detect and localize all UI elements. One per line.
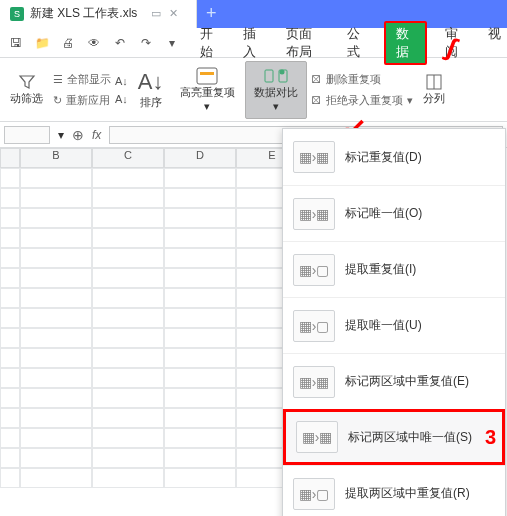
text-to-columns-group[interactable]: 分列: [417, 61, 451, 119]
cell[interactable]: [20, 448, 92, 468]
row-header[interactable]: [0, 228, 20, 248]
menuitem-mark-duplicates[interactable]: ▦›▦ 标记重复值(D): [283, 129, 505, 185]
redo-icon[interactable]: ↷: [138, 35, 154, 51]
row-header[interactable]: [0, 428, 20, 448]
cell[interactable]: [164, 348, 236, 368]
show-all-button[interactable]: ☰全部显示: [53, 72, 111, 87]
cell[interactable]: [92, 328, 164, 348]
col-header[interactable]: D: [164, 148, 236, 168]
cell[interactable]: [20, 268, 92, 288]
cell[interactable]: [92, 208, 164, 228]
cell[interactable]: [164, 248, 236, 268]
sort-asc-desc-icon[interactable]: A↓: [115, 75, 128, 87]
cell[interactable]: [20, 468, 92, 488]
cell[interactable]: [164, 448, 236, 468]
cell[interactable]: [92, 268, 164, 288]
save-icon[interactable]: 🖫: [8, 35, 24, 51]
cell[interactable]: [92, 408, 164, 428]
data-compare-group[interactable]: 数据对比▾: [245, 61, 307, 119]
cell[interactable]: [20, 428, 92, 448]
corner-cell[interactable]: [0, 148, 20, 168]
delete-dup-button[interactable]: ⛝删除重复项: [311, 72, 413, 87]
row-header[interactable]: [0, 168, 20, 188]
menuitem-mark-two-range-dup[interactable]: ▦›▦ 标记两区域中重复值(E): [283, 353, 505, 409]
cell[interactable]: [164, 168, 236, 188]
tab-formulas[interactable]: 公式: [341, 21, 372, 65]
row-header[interactable]: [0, 348, 20, 368]
cell[interactable]: [164, 188, 236, 208]
cell[interactable]: [92, 468, 164, 488]
cell[interactable]: [20, 328, 92, 348]
cell[interactable]: [20, 188, 92, 208]
cell[interactable]: [164, 328, 236, 348]
undo-icon[interactable]: ↶: [112, 35, 128, 51]
menuitem-mark-unique[interactable]: ▦›▦ 标记唯一值(O): [283, 185, 505, 241]
folder-icon[interactable]: 📁: [34, 35, 50, 51]
zoom-icon[interactable]: ⊕: [72, 127, 84, 143]
cell[interactable]: [20, 228, 92, 248]
cell[interactable]: [92, 368, 164, 388]
cell[interactable]: [164, 208, 236, 228]
reapply-button[interactable]: ↻重新应用: [53, 93, 111, 108]
menuitem-extract-two-range-dup[interactable]: ▦›▢ 提取两区域中重复值(R): [283, 465, 505, 516]
cell[interactable]: [92, 388, 164, 408]
menuitem-extract-unique[interactable]: ▦›▢ 提取唯一值(U): [283, 297, 505, 353]
row-header[interactable]: [0, 268, 20, 288]
sort-group[interactable]: A↓ 排序: [132, 61, 170, 119]
row-header[interactable]: [0, 248, 20, 268]
cell[interactable]: [164, 368, 236, 388]
cell[interactable]: [164, 288, 236, 308]
cell[interactable]: [164, 268, 236, 288]
row-header[interactable]: [0, 208, 20, 228]
filter-group[interactable]: 动筛选: [4, 61, 49, 119]
cell[interactable]: [164, 408, 236, 428]
cell[interactable]: [92, 348, 164, 368]
menuitem-extract-duplicates[interactable]: ▦›▢ 提取重复值(I): [283, 241, 505, 297]
cell[interactable]: [20, 348, 92, 368]
cell[interactable]: [164, 228, 236, 248]
row-header[interactable]: [0, 388, 20, 408]
tab-page-layout[interactable]: 页面布局: [280, 21, 330, 65]
cell[interactable]: [92, 428, 164, 448]
cell[interactable]: [164, 388, 236, 408]
row-header[interactable]: [0, 288, 20, 308]
cell[interactable]: [20, 208, 92, 228]
row-header[interactable]: [0, 188, 20, 208]
cell[interactable]: [20, 368, 92, 388]
name-box[interactable]: [4, 126, 50, 144]
row-header[interactable]: [0, 368, 20, 388]
row-header[interactable]: [0, 448, 20, 468]
cell[interactable]: [92, 288, 164, 308]
tab-view[interactable]: 视: [482, 21, 507, 65]
col-header[interactable]: B: [20, 148, 92, 168]
tab-home[interactable]: 开始: [194, 21, 225, 65]
row-header[interactable]: [0, 468, 20, 488]
col-header[interactable]: C: [92, 148, 164, 168]
close-tab-icon[interactable]: ✕: [169, 7, 178, 20]
cell[interactable]: [92, 308, 164, 328]
cell[interactable]: [20, 308, 92, 328]
row-header[interactable]: [0, 328, 20, 348]
reject-dup-button[interactable]: ⛝拒绝录入重复项▾: [311, 93, 413, 108]
dropdown-arrow-icon[interactable]: ▾: [164, 35, 180, 51]
row-header[interactable]: [0, 408, 20, 428]
menuitem-mark-two-range-unique[interactable]: ▦›▦ 标记两区域中唯一值(S) 3: [283, 409, 505, 465]
cell[interactable]: [164, 468, 236, 488]
restore-icon[interactable]: ▭: [151, 7, 161, 20]
cell[interactable]: [164, 308, 236, 328]
cell[interactable]: [92, 248, 164, 268]
tab-insert[interactable]: 插入: [237, 21, 268, 65]
cell[interactable]: [92, 188, 164, 208]
cell[interactable]: [20, 388, 92, 408]
cell[interactable]: [92, 168, 164, 188]
cell[interactable]: [20, 288, 92, 308]
preview-icon[interactable]: 👁: [86, 35, 102, 51]
cell[interactable]: [20, 408, 92, 428]
tab-data[interactable]: 数据: [384, 21, 427, 65]
cell[interactable]: [164, 428, 236, 448]
cell[interactable]: [20, 168, 92, 188]
row-header[interactable]: [0, 308, 20, 328]
name-box-chevron-icon[interactable]: ▾: [58, 128, 64, 142]
highlight-dup-group[interactable]: 高亮重复项▾: [174, 61, 241, 119]
sort-desc-asc-icon[interactable]: A↓: [115, 93, 128, 105]
